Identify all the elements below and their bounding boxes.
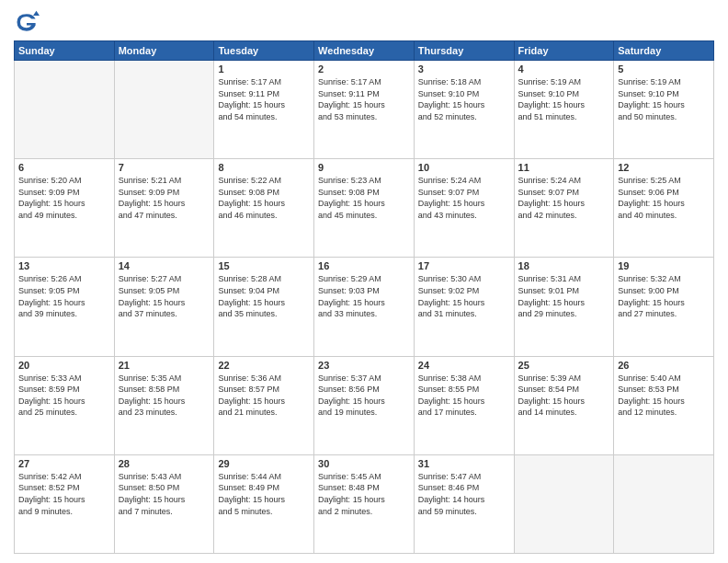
day-info: Sunrise: 5:19 AMSunset: 9:10 PMDaylight:… xyxy=(618,76,710,122)
calendar-cell: 15Sunrise: 5:28 AMSunset: 9:04 PMDayligh… xyxy=(214,258,314,356)
day-number: 14 xyxy=(119,260,210,271)
day-info: Sunrise: 5:42 AMSunset: 8:52 PMDaylight:… xyxy=(18,471,110,517)
day-number: 10 xyxy=(418,162,510,173)
day-number: 21 xyxy=(119,360,210,371)
day-info: Sunrise: 5:38 AMSunset: 8:55 PMDaylight:… xyxy=(418,373,510,419)
day-info: Sunrise: 5:27 AMSunset: 9:05 PMDaylight:… xyxy=(119,273,210,319)
day-info: Sunrise: 5:39 AMSunset: 8:54 PMDaylight:… xyxy=(518,373,610,419)
week-row-1: 1Sunrise: 5:17 AMSunset: 9:11 PMDaylight… xyxy=(15,61,714,159)
day-info: Sunrise: 5:36 AMSunset: 8:57 PMDaylight:… xyxy=(218,373,310,419)
day-number: 12 xyxy=(618,162,710,173)
calendar-cell: 20Sunrise: 5:33 AMSunset: 8:59 PMDayligh… xyxy=(15,356,115,454)
calendar-cell: 30Sunrise: 5:45 AMSunset: 8:48 PMDayligh… xyxy=(314,454,415,553)
calendar-cell: 7Sunrise: 5:21 AMSunset: 9:09 PMDaylight… xyxy=(114,159,214,258)
day-info: Sunrise: 5:22 AMSunset: 9:08 PMDaylight:… xyxy=(218,175,310,221)
calendar-header-saturday: Saturday xyxy=(614,41,714,61)
week-row-3: 13Sunrise: 5:26 AMSunset: 9:05 PMDayligh… xyxy=(15,258,714,356)
calendar-cell: 29Sunrise: 5:44 AMSunset: 8:49 PMDayligh… xyxy=(214,454,314,553)
calendar-cell: 31Sunrise: 5:47 AMSunset: 8:46 PMDayligh… xyxy=(414,454,514,553)
header xyxy=(14,9,714,35)
calendar-cell: 9Sunrise: 5:23 AMSunset: 9:08 PMDaylight… xyxy=(314,159,415,258)
calendar-cell: 19Sunrise: 5:32 AMSunset: 9:00 PMDayligh… xyxy=(614,258,714,356)
day-number: 29 xyxy=(218,458,310,469)
calendar-cell: 17Sunrise: 5:30 AMSunset: 9:02 PMDayligh… xyxy=(414,258,514,356)
week-row-4: 20Sunrise: 5:33 AMSunset: 8:59 PMDayligh… xyxy=(15,356,714,454)
calendar-cell: 13Sunrise: 5:26 AMSunset: 9:05 PMDayligh… xyxy=(15,258,115,356)
calendar-header-friday: Friday xyxy=(514,41,614,61)
day-number: 3 xyxy=(418,63,510,75)
day-number: 27 xyxy=(18,458,110,469)
day-info: Sunrise: 5:25 AMSunset: 9:06 PMDaylight:… xyxy=(618,175,710,221)
day-number: 18 xyxy=(518,260,610,271)
calendar-cell: 12Sunrise: 5:25 AMSunset: 9:06 PMDayligh… xyxy=(614,159,714,258)
calendar-header-wednesday: Wednesday xyxy=(314,41,415,61)
day-info: Sunrise: 5:33 AMSunset: 8:59 PMDaylight:… xyxy=(18,373,110,419)
day-info: Sunrise: 5:31 AMSunset: 9:01 PMDaylight:… xyxy=(518,273,610,319)
calendar-cell: 2Sunrise: 5:17 AMSunset: 9:11 PMDaylight… xyxy=(314,61,415,159)
day-number: 24 xyxy=(418,360,510,371)
day-info: Sunrise: 5:40 AMSunset: 8:53 PMDaylight:… xyxy=(618,373,710,419)
day-info: Sunrise: 5:45 AMSunset: 8:48 PMDaylight:… xyxy=(318,471,410,517)
calendar-header-monday: Monday xyxy=(114,41,214,61)
calendar-cell: 25Sunrise: 5:39 AMSunset: 8:54 PMDayligh… xyxy=(514,356,614,454)
logo-icon xyxy=(14,9,40,35)
calendar-cell: 3Sunrise: 5:18 AMSunset: 9:10 PMDaylight… xyxy=(414,61,514,159)
calendar-cell: 10Sunrise: 5:24 AMSunset: 9:07 PMDayligh… xyxy=(414,159,514,258)
day-number: 17 xyxy=(418,260,510,271)
calendar-cell: 18Sunrise: 5:31 AMSunset: 9:01 PMDayligh… xyxy=(514,258,614,356)
calendar-cell xyxy=(614,454,714,553)
day-info: Sunrise: 5:18 AMSunset: 9:10 PMDaylight:… xyxy=(418,76,510,122)
day-info: Sunrise: 5:32 AMSunset: 9:00 PMDaylight:… xyxy=(618,273,710,319)
day-info: Sunrise: 5:17 AMSunset: 9:11 PMDaylight:… xyxy=(218,76,310,122)
day-info: Sunrise: 5:17 AMSunset: 9:11 PMDaylight:… xyxy=(318,76,410,122)
day-number: 2 xyxy=(318,63,410,75)
calendar-cell: 8Sunrise: 5:22 AMSunset: 9:08 PMDaylight… xyxy=(214,159,314,258)
day-info: Sunrise: 5:24 AMSunset: 9:07 PMDaylight:… xyxy=(418,175,510,221)
day-number: 26 xyxy=(618,360,710,371)
calendar-cell: 14Sunrise: 5:27 AMSunset: 9:05 PMDayligh… xyxy=(114,258,214,356)
week-row-2: 6Sunrise: 5:20 AMSunset: 9:09 PMDaylight… xyxy=(15,159,714,258)
day-number: 16 xyxy=(318,260,410,271)
week-row-5: 27Sunrise: 5:42 AMSunset: 8:52 PMDayligh… xyxy=(15,454,714,553)
day-info: Sunrise: 5:47 AMSunset: 8:46 PMDaylight:… xyxy=(418,471,510,517)
calendar-header-row: SundayMondayTuesdayWednesdayThursdayFrid… xyxy=(15,41,714,61)
calendar-cell: 16Sunrise: 5:29 AMSunset: 9:03 PMDayligh… xyxy=(314,258,415,356)
day-info: Sunrise: 5:19 AMSunset: 9:10 PMDaylight:… xyxy=(518,76,610,122)
day-number: 9 xyxy=(318,162,410,173)
day-number: 1 xyxy=(218,63,310,75)
day-info: Sunrise: 5:21 AMSunset: 9:09 PMDaylight:… xyxy=(119,175,210,221)
day-number: 31 xyxy=(418,458,510,469)
day-number: 15 xyxy=(218,260,310,271)
calendar-cell: 24Sunrise: 5:38 AMSunset: 8:55 PMDayligh… xyxy=(414,356,514,454)
calendar-cell: 11Sunrise: 5:24 AMSunset: 9:07 PMDayligh… xyxy=(514,159,614,258)
calendar-cell: 5Sunrise: 5:19 AMSunset: 9:10 PMDaylight… xyxy=(614,61,714,159)
calendar-header-tuesday: Tuesday xyxy=(214,41,314,61)
day-info: Sunrise: 5:24 AMSunset: 9:07 PMDaylight:… xyxy=(518,175,610,221)
day-number: 4 xyxy=(518,63,610,75)
day-number: 22 xyxy=(218,360,310,371)
calendar-cell xyxy=(15,61,115,159)
calendar-cell xyxy=(514,454,614,553)
calendar-header-sunday: Sunday xyxy=(15,41,115,61)
day-info: Sunrise: 5:44 AMSunset: 8:49 PMDaylight:… xyxy=(218,471,310,517)
calendar-cell: 1Sunrise: 5:17 AMSunset: 9:11 PMDaylight… xyxy=(214,61,314,159)
day-info: Sunrise: 5:20 AMSunset: 9:09 PMDaylight:… xyxy=(18,175,110,221)
calendar-cell: 23Sunrise: 5:37 AMSunset: 8:56 PMDayligh… xyxy=(314,356,415,454)
day-number: 23 xyxy=(318,360,410,371)
day-number: 7 xyxy=(119,162,210,173)
day-number: 19 xyxy=(618,260,710,271)
calendar-cell: 6Sunrise: 5:20 AMSunset: 9:09 PMDaylight… xyxy=(15,159,115,258)
day-info: Sunrise: 5:28 AMSunset: 9:04 PMDaylight:… xyxy=(218,273,310,319)
calendar-cell: 22Sunrise: 5:36 AMSunset: 8:57 PMDayligh… xyxy=(214,356,314,454)
calendar-cell: 4Sunrise: 5:19 AMSunset: 9:10 PMDaylight… xyxy=(514,61,614,159)
calendar-header-thursday: Thursday xyxy=(414,41,514,61)
day-info: Sunrise: 5:35 AMSunset: 8:58 PMDaylight:… xyxy=(119,373,210,419)
day-number: 11 xyxy=(518,162,610,173)
day-info: Sunrise: 5:23 AMSunset: 9:08 PMDaylight:… xyxy=(318,175,410,221)
calendar-cell: 21Sunrise: 5:35 AMSunset: 8:58 PMDayligh… xyxy=(114,356,214,454)
page: SundayMondayTuesdayWednesdayThursdayFrid… xyxy=(0,0,728,563)
day-info: Sunrise: 5:29 AMSunset: 9:03 PMDaylight:… xyxy=(318,273,410,319)
day-info: Sunrise: 5:30 AMSunset: 9:02 PMDaylight:… xyxy=(418,273,510,319)
day-number: 5 xyxy=(618,63,710,75)
day-number: 13 xyxy=(18,260,110,271)
